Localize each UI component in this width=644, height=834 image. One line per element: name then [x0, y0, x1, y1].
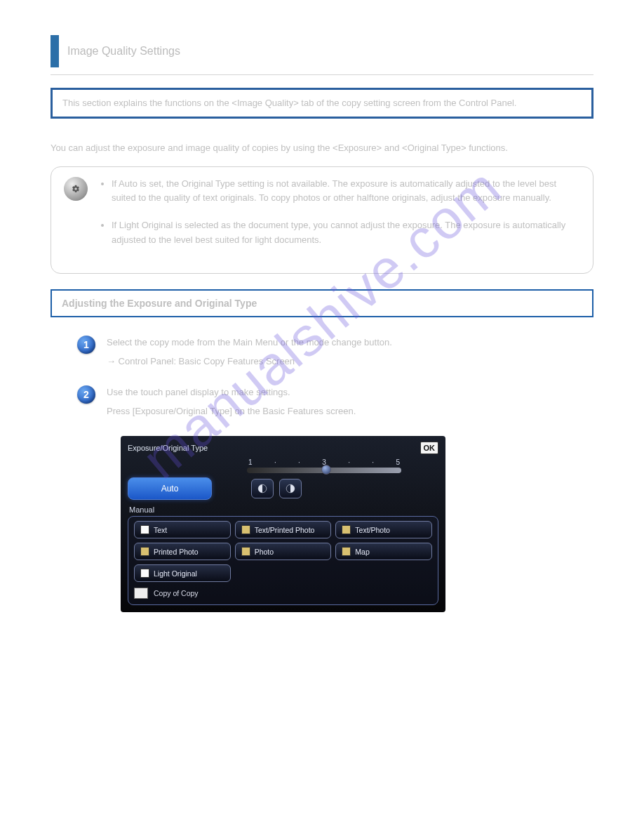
note-box: If Auto is set, the Original Type settin…: [51, 166, 593, 274]
divider: [51, 74, 593, 75]
type-photo-button[interactable]: Photo: [235, 543, 332, 560]
btn-label: Printed Photo: [154, 548, 199, 556]
btn-label: Light Original: [154, 569, 197, 578]
slider-thumb[interactable]: [321, 465, 331, 475]
adjust-buttons: [251, 479, 302, 498]
doc-icon: [241, 525, 250, 534]
slider-mark: ·: [372, 458, 374, 466]
step-2-text: Use the touch panel display to make sett…: [107, 385, 356, 423]
auto-and-adjust-row: Auto: [128, 477, 438, 500]
manual-label: Manual: [129, 505, 438, 514]
intro-box: This section explains the functions on t…: [51, 88, 593, 119]
doc-icon: [140, 569, 149, 578]
doc-icon: [140, 547, 149, 556]
slider-mark: ·: [348, 458, 350, 466]
note-item-1: If Auto is set, the Original Type settin…: [112, 177, 580, 206]
btn-label: Text: [154, 526, 167, 534]
doc-icon: [140, 525, 149, 534]
touch-panel: Exposure/Original Type OK 1 · · 3 · · 5 …: [121, 436, 445, 612]
exposure-slider-area: 1 · · 3 · · 5: [247, 458, 438, 473]
touch-panel-wrapper: Exposure/Original Type OK 1 · · 3 · · 5 …: [121, 436, 593, 612]
slider-mark: 1: [248, 458, 253, 466]
step-2: 2 Use the touch panel display to make se…: [77, 385, 593, 423]
step-badge-2: 2: [77, 385, 95, 404]
manual-group: Text Text/Printed Photo Text/Photo Print…: [128, 516, 438, 605]
auto-button[interactable]: Auto: [128, 477, 212, 500]
checkbox-icon[interactable]: [134, 588, 148, 599]
title-accent-bar: [51, 35, 59, 67]
slider-mark: ·: [274, 458, 276, 466]
type-printed-photo-button[interactable]: Printed Photo: [134, 543, 231, 560]
half-moon-light-icon: [286, 484, 295, 494]
copy-of-copy-label: Copy of Copy: [154, 589, 199, 597]
step-1: 1 Select the copy mode from the Main Men…: [77, 336, 593, 373]
exposure-slider[interactable]: [247, 468, 401, 473]
ok-button[interactable]: OK: [420, 442, 439, 454]
step-1-line-1: Select the copy mode from the Main Menu …: [107, 336, 392, 350]
type-text-button[interactable]: Text: [134, 521, 231, 538]
doc-icon: [241, 547, 250, 556]
btn-label: Text/Printed Photo: [255, 526, 315, 534]
note-item-2: If Light Original is selected as the doc…: [112, 218, 580, 248]
intro-text: This section explains the functions on t…: [62, 98, 516, 108]
slider-mark: ·: [298, 458, 300, 466]
half-moon-dark-icon: [257, 484, 267, 494]
type-row-3: Light Original: [134, 564, 432, 582]
lighter-button[interactable]: [279, 479, 302, 498]
panel-title: Exposure/Original Type: [128, 444, 208, 452]
step-2-line-1: Use the touch panel display to make sett…: [107, 385, 356, 400]
gear-icon: [64, 177, 88, 201]
section-subheader: Adjusting the Exposure and Original Type: [51, 289, 593, 317]
step-badge-1: 1: [77, 336, 95, 354]
panel-header: Exposure/Original Type OK: [128, 442, 438, 454]
type-light-original-button[interactable]: Light Original: [134, 564, 231, 582]
type-row-2: Printed Photo Photo Map: [134, 543, 432, 560]
type-row-1: Text Text/Printed Photo Text/Photo: [134, 521, 432, 538]
type-map-button[interactable]: Map: [335, 543, 432, 560]
type-text-printed-photo-button[interactable]: Text/Printed Photo: [235, 521, 332, 538]
page-title-row: Image Quality Settings: [51, 35, 593, 67]
page-title: Image Quality Settings: [67, 45, 180, 58]
slider-mark: 5: [396, 458, 400, 466]
subheader-text: Adjusting the Exposure and Original Type: [62, 298, 257, 309]
intro-paragraph: You can adjust the exposure and image qu…: [51, 141, 593, 155]
btn-label: Photo: [255, 548, 274, 556]
doc-icon: [342, 525, 351, 534]
btn-label: Text/Photo: [355, 526, 390, 534]
copy-of-copy-row[interactable]: Copy of Copy: [134, 588, 432, 599]
doc-icon: [342, 547, 351, 556]
gear-glyph: [72, 185, 80, 193]
btn-label: Map: [355, 548, 369, 556]
darker-button[interactable]: [251, 479, 274, 498]
step-2-line-2: Press [Exposure/Original Type] on the Ba…: [107, 404, 356, 419]
step-1-line-2: → Control Panel: Basic Copy Features Scr…: [107, 355, 392, 369]
note-list: If Auto is set, the Original Type settin…: [98, 177, 580, 260]
step-1-text: Select the copy mode from the Main Menu …: [107, 336, 392, 373]
type-text-photo-button[interactable]: Text/Photo: [335, 521, 432, 538]
